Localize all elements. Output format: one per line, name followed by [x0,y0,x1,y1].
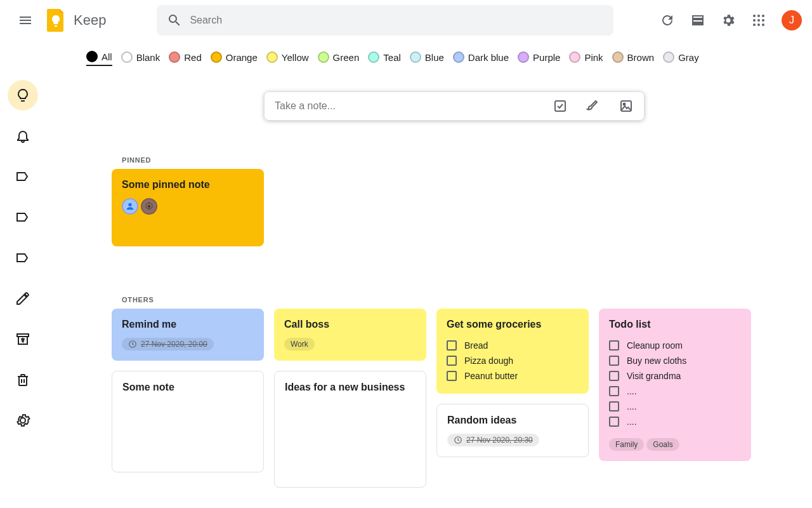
checklist-item-text: Visit grandma [627,371,681,381]
checklist: BreadPizza doughPeanut butter [447,338,579,384]
color-filter-green[interactable]: Green [318,51,360,65]
checklist-item[interactable]: Cleanup room [609,338,741,353]
svg-point-3 [753,19,756,22]
sidebar-archive[interactable] [8,324,38,354]
note-remind-me[interactable]: Remind me 27 Nov 2020, 20:00 [112,309,264,361]
color-filter-red[interactable]: Red [169,51,202,65]
color-filter-label: Blank [136,52,160,63]
checklist-item[interactable]: .... [609,414,741,429]
list-view-button[interactable] [685,8,710,33]
checkbox-icon[interactable] [609,371,619,381]
person-icon [125,201,135,211]
svg-point-8 [762,23,764,26]
search-box[interactable] [157,5,613,36]
checkbox-icon[interactable] [609,417,619,427]
tag-chip[interactable]: Work [284,338,315,351]
refresh-button[interactable] [655,8,680,33]
color-filter-brown[interactable]: Brown [612,51,655,65]
note-title: Remind me [122,319,254,330]
refresh-icon [660,13,675,28]
sidebar-reminders[interactable] [8,121,38,151]
menu-button[interactable] [10,5,41,36]
color-filter-label: Red [184,52,202,63]
sidebar-notes[interactable] [8,80,38,110]
checklist-item[interactable]: Bread [447,338,579,353]
compose-input[interactable] [275,100,553,112]
reminder-chip[interactable]: 27 Nov 2020, 20:30 [447,434,539,446]
color-swatch [569,51,580,63]
search-input[interactable] [190,15,603,26]
sidebar-label-2[interactable] [8,202,38,232]
sidebar-trash[interactable] [8,364,38,395]
brush-icon[interactable] [586,98,601,114]
compose-note[interactable] [264,91,645,121]
tag-chip[interactable]: Goals [646,438,679,451]
checkbox-icon[interactable] [447,340,457,351]
account-avatar[interactable]: J [782,10,802,30]
color-filter-label: Pink [584,52,603,63]
gear-icon [721,13,736,28]
checkbox-icon[interactable] [447,356,457,366]
svg-point-4 [757,19,760,22]
checklist-item[interactable]: .... [609,384,741,399]
color-swatch [211,51,222,63]
checklist-item-text: Peanut butter [464,371,518,381]
archive-icon [15,331,30,347]
color-filter-blank[interactable]: Blank [121,51,160,65]
note-call-boss[interactable]: Call boss Work [274,309,426,361]
svg-rect-9 [555,101,565,111]
collaborator-avatar[interactable] [122,198,138,215]
color-filter-dark-blue[interactable]: Dark blue [453,51,509,65]
compose-actions [553,98,634,114]
apps-icon [751,13,766,28]
image-icon[interactable] [619,98,634,114]
list-view-icon [690,13,705,28]
reminder-chip[interactable]: 27 Nov 2020, 20:00 [122,338,214,351]
note-random[interactable]: Random ideas 27 Nov 2020, 20:30 [436,404,589,457]
checklist-item-text: .... [627,386,637,396]
note-groceries[interactable]: Get some groceries BreadPizza doughPeanu… [436,309,589,394]
checkbox-icon[interactable] [447,371,457,381]
svg-point-13 [148,205,150,208]
note-todo[interactable]: Todo list Cleanup roomBuy new clothsVisi… [599,309,751,461]
svg-point-2 [762,15,764,17]
pinned-note[interactable]: Some pinned note [112,169,264,246]
reminder-text: 27 Nov 2020, 20:00 [141,340,207,349]
checkbox-icon[interactable] [609,386,619,396]
checklist-item[interactable]: Buy new cloths [609,353,741,368]
sidebar-edit-labels[interactable] [8,283,38,314]
color-filter-yellow[interactable]: Yellow [266,51,309,65]
settings-button[interactable] [716,8,741,33]
color-filter-pink[interactable]: Pink [569,51,603,65]
note-ideas[interactable]: Ideas for a new business [274,371,426,488]
color-filter-orange[interactable]: Orange [211,51,258,65]
checklist-item-text: Pizza dough [464,356,513,366]
search-icon [167,13,182,28]
note-some[interactable]: Some note [112,371,264,472]
checklist-item[interactable]: Visit grandma [609,368,741,384]
others-grid: Remind me 27 Nov 2020, 20:00 Some note C… [112,309,797,488]
svg-point-7 [757,23,760,26]
checkbox-icon[interactable] [609,340,619,351]
checklist-item[interactable]: Peanut butter [447,368,579,384]
color-swatch [368,51,379,63]
apps-button[interactable] [746,8,771,33]
checkbox-icon[interactable] [609,401,619,411]
tag-chip[interactable]: Family [609,438,644,451]
checklist-item-text: .... [627,401,637,411]
sidebar-label-1[interactable] [8,161,38,192]
checkbox-icon[interactable] [609,356,619,366]
color-filter-all[interactable]: All [86,51,112,66]
color-filter-teal[interactable]: Teal [368,51,401,65]
pinned-label: PINNED [122,156,797,164]
color-filter-purple[interactable]: Purple [518,51,560,65]
sidebar-label-3[interactable] [8,243,38,273]
color-filter-blue[interactable]: Blue [410,51,444,65]
checklist-item[interactable]: Pizza dough [447,353,579,368]
checkbox-icon[interactable] [553,98,568,114]
checklist-item[interactable]: .... [609,399,741,414]
color-filter-gray[interactable]: Gray [663,51,699,65]
sidebar-settings[interactable] [8,405,38,436]
collaborator-avatar[interactable] [141,198,157,215]
svg-point-1 [757,15,760,17]
